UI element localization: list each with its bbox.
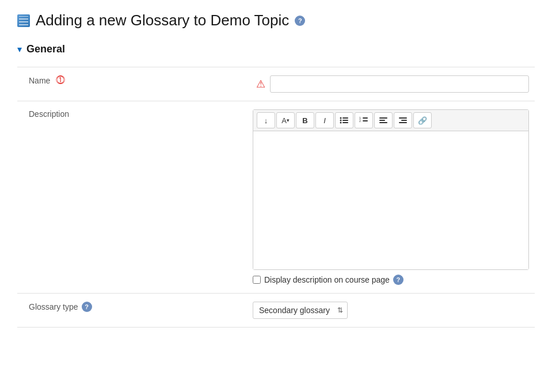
svg-text:2.: 2. xyxy=(359,119,361,123)
name-label: Name xyxy=(29,76,50,85)
section-toggle-general[interactable]: ▾ xyxy=(17,44,22,55)
description-field-row: Description ↓ A ▾ B I xyxy=(17,101,535,294)
section-title-general: General xyxy=(26,43,65,55)
svg-rect-14 xyxy=(401,120,407,121)
svg-rect-5 xyxy=(342,122,348,123)
description-editor-cell: ↓ A ▾ B I xyxy=(247,101,535,294)
svg-rect-13 xyxy=(399,117,407,119)
svg-rect-7 xyxy=(363,117,368,119)
toolbar-format-btn[interactable]: ↓ xyxy=(257,112,275,128)
toolbar-link-btn[interactable]: 🔗 xyxy=(413,112,432,128)
description-editor: ↓ A ▾ B I xyxy=(253,109,529,270)
glossary-type-select[interactable]: Secondary glossary Main glossary xyxy=(253,302,348,319)
toolbar-italic-btn[interactable]: I xyxy=(315,112,334,128)
description-label: Description xyxy=(29,109,69,119)
page-title: Adding a new Glossary to Demo Topic xyxy=(36,12,289,29)
general-form-table: Name ⓵ ⚠ Description ↓ A ▾ B xyxy=(17,67,535,328)
description-help-icon[interactable]: ? xyxy=(393,275,403,285)
glossary-type-label: Glossary type xyxy=(29,302,78,311)
glossary-type-help-icon[interactable]: ? xyxy=(82,302,92,312)
toolbar-unordered-list-btn[interactable] xyxy=(335,112,353,128)
glossary-type-select-wrapper: Secondary glossary Main glossary ⇅ xyxy=(253,302,348,319)
description-editor-body[interactable] xyxy=(253,131,528,269)
glossary-type-field-row: Glossary type ? Secondary glossary Main … xyxy=(17,294,535,328)
name-field-wrapper: ⚠ xyxy=(253,75,529,93)
page-title-row: Adding a new Glossary to Demo Topic ? xyxy=(17,12,535,29)
general-section-header: ▾ General xyxy=(17,43,535,58)
svg-rect-10 xyxy=(379,117,387,119)
glossary-type-label-wrapper: Glossary type ? xyxy=(29,302,241,312)
required-icon: ⓵ xyxy=(56,75,65,85)
svg-rect-9 xyxy=(363,120,368,121)
description-options: Display description on course page ? xyxy=(253,275,529,285)
description-label-cell: Description xyxy=(17,101,247,294)
name-required-marker: ⚠ xyxy=(256,78,265,90)
glossary-type-label-cell: Glossary type ? xyxy=(17,294,247,328)
svg-rect-11 xyxy=(379,120,385,121)
name-label-cell: Name ⓵ xyxy=(17,67,247,101)
toolbar-align-left-btn[interactable] xyxy=(374,112,393,128)
editor-toolbar: ↓ A ▾ B I xyxy=(253,110,528,131)
svg-point-4 xyxy=(340,122,342,124)
page-help-icon[interactable]: ? xyxy=(295,16,305,26)
svg-point-0 xyxy=(340,117,342,119)
glossary-page-icon xyxy=(17,14,30,27)
name-input-cell: ⚠ xyxy=(247,67,535,101)
name-field-row: Name ⓵ ⚠ xyxy=(17,67,535,101)
svg-rect-12 xyxy=(379,122,387,123)
toolbar-align-right-btn[interactable] xyxy=(394,112,412,128)
display-description-label[interactable]: Display description on course page xyxy=(264,275,390,284)
toolbar-bold-btn[interactable]: B xyxy=(296,112,314,128)
svg-rect-1 xyxy=(342,117,348,119)
svg-rect-3 xyxy=(342,120,348,121)
toolbar-ordered-list-btn[interactable]: 1. 2. xyxy=(355,112,373,128)
svg-rect-15 xyxy=(399,122,407,123)
glossary-type-select-cell: Secondary glossary Main glossary ⇅ xyxy=(247,294,535,328)
svg-point-2 xyxy=(340,120,342,121)
name-input[interactable] xyxy=(270,75,529,93)
toolbar-font-btn[interactable]: A ▾ xyxy=(276,112,295,128)
display-description-checkbox[interactable] xyxy=(253,276,261,284)
